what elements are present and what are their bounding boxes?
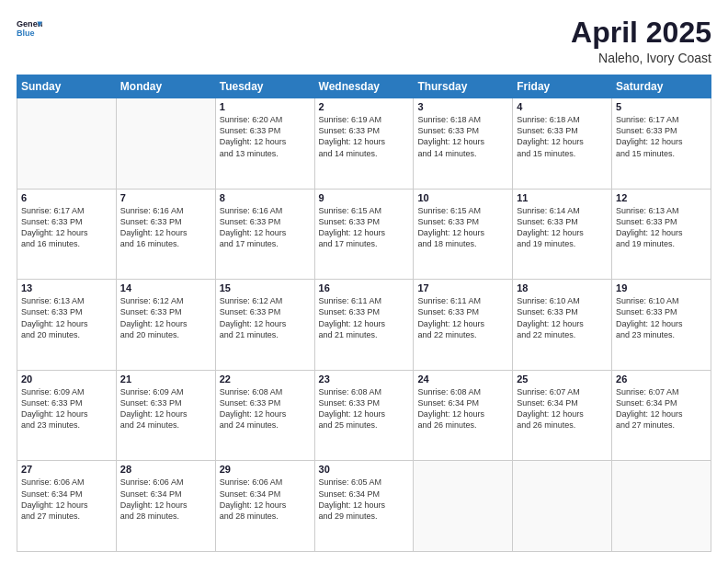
day-info: Sunrise: 6:16 AM Sunset: 6:33 PM Dayligh… [220, 205, 311, 250]
day-number: 3 [417, 101, 508, 112]
day-number: 24 [417, 373, 508, 385]
day-info: Sunrise: 6:06 AM Sunset: 6:34 PM Dayligh… [21, 477, 112, 522]
day-number: 4 [517, 101, 608, 112]
table-row: 17Sunrise: 6:11 AM Sunset: 6:33 PM Dayli… [414, 280, 513, 371]
day-info: Sunrise: 6:18 AM Sunset: 6:33 PM Dayligh… [417, 114, 508, 159]
header: General Blue April 2025 Naleho, Ivory Co… [17, 17, 711, 65]
table-row: 30Sunrise: 6:05 AM Sunset: 6:34 PM Dayli… [314, 461, 414, 552]
table-row: 8Sunrise: 6:16 AM Sunset: 6:33 PM Daylig… [215, 189, 314, 280]
table-row: 28Sunrise: 6:06 AM Sunset: 6:34 PM Dayli… [116, 461, 215, 552]
calendar-week-4: 27Sunrise: 6:06 AM Sunset: 6:34 PM Dayli… [17, 461, 711, 552]
day-info: Sunrise: 6:12 AM Sunset: 6:33 PM Dayligh… [120, 295, 211, 340]
day-number: 25 [517, 373, 608, 385]
table-row: 25Sunrise: 6:07 AM Sunset: 6:34 PM Dayli… [513, 370, 612, 461]
day-info: Sunrise: 6:10 AM Sunset: 6:33 PM Dayligh… [616, 295, 707, 340]
table-row: 26Sunrise: 6:07 AM Sunset: 6:34 PM Dayli… [612, 370, 711, 461]
logo-icon: General Blue [17, 17, 42, 42]
day-number: 17 [417, 282, 508, 293]
table-row: 14Sunrise: 6:12 AM Sunset: 6:33 PM Dayli… [116, 280, 215, 371]
day-number: 12 [616, 192, 707, 203]
day-number: 15 [220, 282, 311, 293]
col-tuesday: Tuesday [215, 75, 314, 98]
table-row: 19Sunrise: 6:10 AM Sunset: 6:33 PM Dayli… [612, 280, 711, 371]
day-info: Sunrise: 6:08 AM Sunset: 6:34 PM Dayligh… [417, 386, 508, 431]
table-row: 7Sunrise: 6:16 AM Sunset: 6:33 PM Daylig… [116, 189, 215, 280]
table-row [17, 98, 117, 190]
day-number: 29 [220, 464, 311, 475]
day-number: 19 [616, 282, 707, 293]
day-number: 28 [120, 464, 211, 475]
day-number: 6 [21, 192, 112, 203]
day-number: 11 [517, 192, 608, 203]
day-info: Sunrise: 6:11 AM Sunset: 6:33 PM Dayligh… [319, 295, 410, 340]
table-row: 21Sunrise: 6:09 AM Sunset: 6:33 PM Dayli… [116, 370, 215, 461]
day-info: Sunrise: 6:08 AM Sunset: 6:33 PM Dayligh… [220, 386, 311, 431]
day-info: Sunrise: 6:09 AM Sunset: 6:33 PM Dayligh… [120, 386, 211, 431]
day-info: Sunrise: 6:20 AM Sunset: 6:33 PM Dayligh… [220, 114, 311, 159]
subtitle: Naleho, Ivory Coast [571, 51, 711, 65]
page: General Blue April 2025 Naleho, Ivory Co… [0, 0, 728, 563]
day-number: 13 [21, 282, 112, 293]
day-number: 10 [417, 192, 508, 203]
day-number: 30 [319, 464, 410, 475]
col-thursday: Thursday [414, 75, 513, 98]
day-info: Sunrise: 6:15 AM Sunset: 6:33 PM Dayligh… [319, 205, 410, 250]
table-row: 12Sunrise: 6:13 AM Sunset: 6:33 PM Dayli… [612, 189, 711, 280]
calendar: Sunday Monday Tuesday Wednesday Thursday… [17, 75, 711, 552]
day-number: 7 [120, 192, 211, 203]
day-info: Sunrise: 6:07 AM Sunset: 6:34 PM Dayligh… [616, 386, 707, 431]
table-row: 10Sunrise: 6:15 AM Sunset: 6:33 PM Dayli… [414, 189, 513, 280]
table-row: 27Sunrise: 6:06 AM Sunset: 6:34 PM Dayli… [17, 461, 117, 552]
table-row: 16Sunrise: 6:11 AM Sunset: 6:33 PM Dayli… [314, 280, 414, 371]
table-row: 1Sunrise: 6:20 AM Sunset: 6:33 PM Daylig… [215, 98, 314, 190]
day-info: Sunrise: 6:14 AM Sunset: 6:33 PM Dayligh… [517, 205, 608, 250]
day-info: Sunrise: 6:15 AM Sunset: 6:33 PM Dayligh… [417, 205, 508, 250]
logo: General Blue [17, 17, 42, 42]
table-row: 5Sunrise: 6:17 AM Sunset: 6:33 PM Daylig… [612, 98, 711, 190]
table-row [116, 98, 215, 190]
col-friday: Friday [513, 75, 612, 98]
col-saturday: Saturday [612, 75, 711, 98]
day-number: 22 [220, 373, 311, 385]
table-row: 24Sunrise: 6:08 AM Sunset: 6:34 PM Dayli… [414, 370, 513, 461]
day-info: Sunrise: 6:16 AM Sunset: 6:33 PM Dayligh… [120, 205, 211, 250]
day-number: 26 [616, 373, 707, 385]
day-number: 20 [21, 373, 112, 385]
day-info: Sunrise: 6:10 AM Sunset: 6:33 PM Dayligh… [517, 295, 608, 340]
calendar-week-1: 6Sunrise: 6:17 AM Sunset: 6:33 PM Daylig… [17, 189, 711, 280]
day-info: Sunrise: 6:12 AM Sunset: 6:33 PM Dayligh… [220, 295, 311, 340]
day-info: Sunrise: 6:13 AM Sunset: 6:33 PM Dayligh… [21, 295, 112, 340]
table-row: 15Sunrise: 6:12 AM Sunset: 6:33 PM Dayli… [215, 280, 314, 371]
calendar-week-3: 20Sunrise: 6:09 AM Sunset: 6:33 PM Dayli… [17, 370, 711, 461]
col-monday: Monday [116, 75, 215, 98]
table-row: 23Sunrise: 6:08 AM Sunset: 6:33 PM Dayli… [314, 370, 414, 461]
day-number: 5 [616, 101, 707, 112]
table-row: 13Sunrise: 6:13 AM Sunset: 6:33 PM Dayli… [17, 280, 117, 371]
table-row [513, 461, 612, 552]
day-info: Sunrise: 6:09 AM Sunset: 6:33 PM Dayligh… [21, 386, 112, 431]
title-block: April 2025 Naleho, Ivory Coast [571, 17, 711, 65]
col-sunday: Sunday [17, 75, 117, 98]
day-info: Sunrise: 6:13 AM Sunset: 6:33 PM Dayligh… [616, 205, 707, 250]
table-row: 29Sunrise: 6:06 AM Sunset: 6:34 PM Dayli… [215, 461, 314, 552]
day-info: Sunrise: 6:06 AM Sunset: 6:34 PM Dayligh… [120, 477, 211, 522]
calendar-header-row: Sunday Monday Tuesday Wednesday Thursday… [17, 75, 711, 98]
day-info: Sunrise: 6:06 AM Sunset: 6:34 PM Dayligh… [220, 477, 311, 522]
calendar-week-2: 13Sunrise: 6:13 AM Sunset: 6:33 PM Dayli… [17, 280, 711, 371]
table-row: 20Sunrise: 6:09 AM Sunset: 6:33 PM Dayli… [17, 370, 117, 461]
table-row [414, 461, 513, 552]
table-row: 4Sunrise: 6:18 AM Sunset: 6:33 PM Daylig… [513, 98, 612, 190]
svg-text:Blue: Blue [17, 29, 35, 38]
day-number: 1 [220, 101, 311, 112]
day-info: Sunrise: 6:08 AM Sunset: 6:33 PM Dayligh… [319, 386, 410, 431]
day-info: Sunrise: 6:11 AM Sunset: 6:33 PM Dayligh… [417, 295, 508, 340]
day-number: 18 [517, 282, 608, 293]
calendar-week-0: 1Sunrise: 6:20 AM Sunset: 6:33 PM Daylig… [17, 98, 711, 190]
table-row: 2Sunrise: 6:19 AM Sunset: 6:33 PM Daylig… [314, 98, 414, 190]
table-row [612, 461, 711, 552]
table-row: 11Sunrise: 6:14 AM Sunset: 6:33 PM Dayli… [513, 189, 612, 280]
day-number: 8 [220, 192, 311, 203]
day-info: Sunrise: 6:19 AM Sunset: 6:33 PM Dayligh… [319, 114, 410, 159]
day-number: 14 [120, 282, 211, 293]
day-info: Sunrise: 6:07 AM Sunset: 6:34 PM Dayligh… [517, 386, 608, 431]
